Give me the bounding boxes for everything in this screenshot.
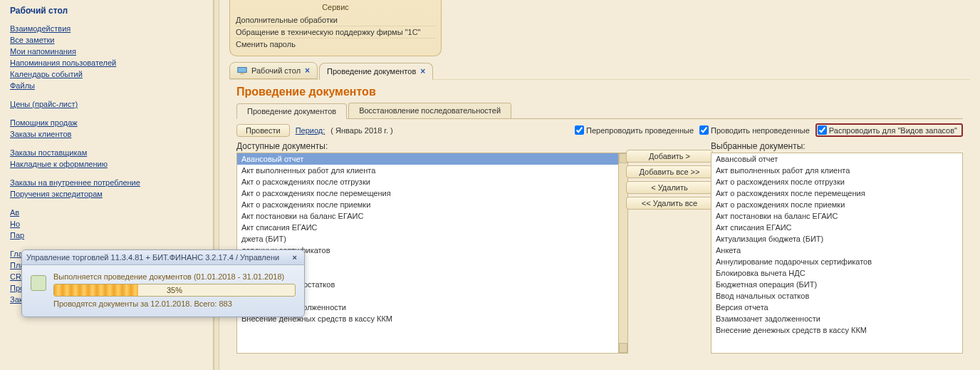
main-area: Сервис Дополнительные обработкиОбращение… [219,0,980,370]
remove-button[interactable]: < Удалить [626,181,713,194]
available-column: Доступные документы: Авансовый отчетАкт … [236,141,628,354]
list-item[interactable]: джета (БИТ) [237,233,618,245]
sidebar-item[interactable]: Пар [10,230,203,241]
tab-desktop-label: Рабочий стол [251,66,301,75]
sidebar-item[interactable]: Заказы поставщикам [10,147,203,158]
period-link[interactable]: Период: [296,126,325,135]
list-item[interactable]: Акт списания ЕГАИС [237,222,618,233]
progress-percent: 35% [54,284,295,296]
list-item[interactable]: Взаимозачет задолженности [711,313,962,324]
list-item[interactable]: Авансовый отчет [711,153,962,165]
close-icon[interactable]: × [305,66,310,76]
dialog-title: Управление торговлей 11.3.4.81 + БИТ.ФИН… [26,253,290,262]
checkbox-icon[interactable] [575,125,584,135]
sidebar-item[interactable]: Взаимодействия [10,23,203,34]
svg-rect-1 [240,73,244,75]
list-item[interactable]: Версия отчета [711,302,962,313]
transfer-buttons: Добавить > Добавить все >> < Удалить << … [634,141,705,354]
scroll-down-icon[interactable] [619,343,627,353]
list-item[interactable]: Бюджетная операция (БИТ) [711,279,962,290]
list-item[interactable]: Авансовый отчет [237,153,618,165]
progress-bar: 35% [53,284,296,297]
list-item[interactable]: Аннулирование подарочных сертификатов [711,256,962,267]
available-label: Доступные документы: [236,141,628,151]
close-icon[interactable]: × [420,66,425,76]
list-item[interactable]: Акт о расхождениях после отгрузки [711,176,962,187]
service-item[interactable]: Обращение в техническую поддержку фирмы … [236,26,435,38]
list-item[interactable]: Акт выполненных работ для клиента [711,165,962,176]
tab-documents-label: Проведение документов [327,67,416,76]
service-panel: Сервис Дополнительные обработкиОбращение… [229,0,442,56]
unpost-stocktypes-checkbox[interactable]: Распроводить для "Видов запасов" [818,125,957,135]
svg-rect-0 [238,68,246,73]
sidebar-item[interactable]: Календарь событий [10,68,203,80]
progress-caption: Выполняется проведение документов (01.01… [53,272,296,281]
remove-all-button[interactable]: << Удалить все [626,197,713,210]
list-item[interactable]: Акт постановки на баланс ЕГАИС [711,210,962,222]
repost-checkbox[interactable]: Перепроводить проведенные [575,125,694,135]
dialog-titlebar[interactable]: Управление торговлей 11.3.4.81 + БИТ.ФИН… [22,250,304,265]
list-item[interactable]: Акт выполненных работ для клиента [237,165,618,176]
list-item[interactable]: Акт о расхождениях после отгрузки [237,176,618,187]
list-item[interactable]: Актуализация бюджета (БИТ) [711,233,962,245]
list-item[interactable]: Акт постановки на баланс ЕГАИС [237,210,618,222]
highlighted-option: Распроводить для "Видов запасов" [815,123,963,137]
inner-tabs: Проведение документов Восстановление пос… [236,103,963,119]
sidebar-item[interactable]: Цены (прайс-лист) [10,98,203,110]
list-item[interactable]: Ввод начальных остатков [711,290,962,302]
add-button[interactable]: Добавить > [626,150,713,163]
document-icon [31,275,46,291]
inner-tab-posting[interactable]: Проведение документов [236,103,347,119]
service-title: Сервис [236,1,435,14]
sidebar-item[interactable]: Файлы [10,80,203,91]
page-title: Проведение документов [236,86,963,98]
service-item[interactable]: Дополнительные обработки [236,14,435,26]
sidebar-item[interactable]: Напоминания пользователей [10,57,203,68]
tab-documents[interactable]: Проведение документов × [319,63,433,80]
list-item[interactable]: Акт о расхождениях после приемки [711,199,962,210]
close-icon[interactable]: × [290,253,300,262]
list-item[interactable]: Акт о расхождениях после приемки [237,199,618,210]
sidebar-item[interactable]: Но [10,218,203,230]
list-item[interactable]: Акт о расхождениях после перемещения [711,187,962,199]
list-item[interactable]: Внесение денежных средств в кассу ККМ [711,324,962,336]
toolbar: Провести Период: ( Январь 2018 г. ) Пере… [236,123,963,137]
sidebar-item[interactable]: Мои напоминания [10,46,203,57]
sidebar-item[interactable]: Заказы клиентов [10,128,203,140]
inner-tab-sequences[interactable]: Восстановление последовательностей [348,103,511,118]
list-item[interactable]: Акт списания ЕГАИС [711,222,962,233]
checkbox-icon[interactable] [818,125,827,135]
sidebar-title: Рабочий стол [10,6,203,16]
selected-label: Выбранные документы: [711,141,963,151]
tab-desktop[interactable]: Рабочий стол × [229,62,318,79]
list-item[interactable]: Акт о расхождениях после перемещения [237,187,618,199]
add-all-button[interactable]: Добавить все >> [626,165,713,178]
checkbox-icon[interactable] [699,125,709,135]
list-item[interactable]: Анкета [711,245,962,256]
selected-column: Выбранные документы: Авансовый отчетАкт … [711,141,963,354]
sidebar-item[interactable]: Помощник продаж [10,117,203,128]
post-unposted-checkbox[interactable]: Проводить непроведенные [699,125,810,135]
selected-listbox[interactable]: Авансовый отчетАкт выполненных работ для… [711,153,963,354]
desktop-icon [237,66,247,76]
list-item[interactable]: Блокировка вычета НДС [711,267,962,279]
progress-dialog: Управление торговлей 11.3.4.81 + БИТ.ФИН… [21,250,305,317]
sidebar-item[interactable]: Ав [10,207,203,218]
sidebar-item[interactable]: Поручения экспедиторам [10,188,203,200]
service-item[interactable]: Сменить пароль [236,38,435,50]
progress-detail: Проводятся документы за 12.01.2018. Всег… [53,299,296,308]
period-value: ( Январь 2018 г. ) [330,126,392,135]
tab-content: Проведение документов Проведение докумен… [229,79,970,354]
sidebar-item[interactable]: Накладные к оформлению [10,158,203,170]
sidebar-item[interactable]: Все заметки [10,34,203,46]
tabs-row: Рабочий стол × Проведение документов × [229,62,980,79]
sidebar-item[interactable]: Заказы на внутреннее потребление [10,177,203,188]
post-button[interactable]: Провести [236,124,290,137]
